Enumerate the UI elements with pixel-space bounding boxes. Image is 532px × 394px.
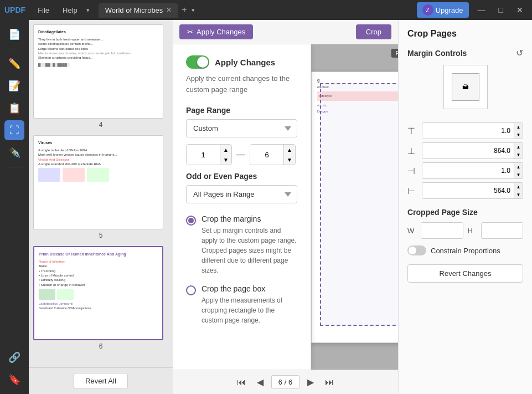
crop-margins-radio[interactable] [186,216,196,226]
active-tab[interactable]: World of Microbes ✕ [99,3,179,18]
sidebar-icon-organize[interactable]: 📋 [4,98,24,118]
title-bar-right: Z Upgrade — □ ✕ [417,2,528,18]
range-from-wrap: ▲ ▼ [186,144,232,165]
tab-title: World of Microbes [105,6,163,14]
margin-left-down[interactable]: ▼ [514,171,523,178]
margin-bottom-up[interactable]: ▲ [514,143,523,151]
sidebar-icon-annotate[interactable]: ✏️ [4,54,24,74]
menu-help[interactable]: Help [57,4,83,17]
margin-top-icon: ⊤ [407,126,419,136]
minimize-icon[interactable]: — [473,3,490,17]
apply-changes-label: Apply Changes [197,28,245,36]
revert-all-button[interactable]: Revert All [74,373,128,389]
constrain-proportions-toggle[interactable] [407,245,426,255]
list-item[interactable]: Viruses A single molecule of DNA or RNA.… [33,135,168,239]
margin-left-wrap: ▲ ▼ [422,162,523,179]
overlay-panel: Apply Changes Apply the current changes … [173,44,398,370]
odd-even-select[interactable]: All Pages in Range Odd Pages Only Even P… [186,185,297,203]
revert-changes-button[interactable]: Revert Changes [407,264,523,283]
margin-top-row: ⊤ ▲ ▼ [407,122,523,139]
crop-margins-text: Crop the margins Set up margin controls … [202,214,297,275]
range-from-down[interactable]: ▼ [220,155,231,165]
margin-bottom-spinners: ▲ ▼ [514,143,523,158]
margin-left-up[interactable]: ▲ [514,163,523,171]
margin-bottom-input[interactable] [422,143,514,158]
crop-pages-title: Crop Pages [407,29,523,39]
revert-all-bar: Revert All [29,367,173,394]
crop-pagebox-option[interactable]: Crop the page box Apply the measurements… [186,284,297,325]
sidebar-icon-reader[interactable]: 📄 [4,24,24,44]
panel-description: Apply the current changes to the custom … [186,73,297,95]
width-input[interactable] [421,223,463,238]
refresh-icon[interactable]: ↺ [516,48,523,58]
next-page-button[interactable]: ▶ [304,375,317,390]
margin-left-spinners: ▲ ▼ [514,163,523,178]
range-to-down[interactable]: ▼ [284,155,295,165]
sidebar-icon-sign[interactable]: ✒️ [4,142,24,162]
sidebar-icon-crop[interactable]: ⛶ [4,120,24,140]
margin-top-up[interactable]: ▲ [514,123,523,131]
page-document-preview: g nfection! Lifestyle ria, etc. Dragon 6 [311,71,398,343]
maximize-icon[interactable]: □ [494,3,508,17]
menu-file[interactable]: File [32,4,55,17]
margin-bottom-down[interactable]: ▼ [514,151,523,158]
range-from-up[interactable]: ▲ [220,145,231,155]
margin-right-input[interactable] [422,183,514,198]
crop-margins-option[interactable]: Crop the margins Set up margin controls … [186,214,297,275]
margin-top-input[interactable] [422,123,514,139]
last-page-button[interactable]: ⏭ [322,375,337,390]
crop-options: Crop the margins Set up margin controls … [186,214,297,325]
tab-add-icon[interactable]: + [182,5,187,15]
thumb-title: Dinoflagellates [38,29,158,35]
tab-chevron-icon: ▾ [86,7,90,14]
title-bar: UPDF File Help ▾ World of Microbes ✕ + ▾… [0,0,532,20]
margin-right-down[interactable]: ▼ [514,191,523,198]
user-avatar: Z [422,4,433,16]
margin-left-input[interactable] [422,163,514,178]
margin-right-up[interactable]: ▲ [514,183,523,191]
thumb-number: 4 [33,121,168,129]
tab-overflow-icon[interactable]: ▾ [192,7,195,14]
list-item[interactable]: Dinoflagellates They live in both fresh … [33,24,168,129]
range-from-input[interactable] [187,145,220,165]
upgrade-label: Upgrade [436,6,463,14]
cropped-size-section: Cropped Page Size W ▲ ▼ H ▲ ▼ [407,208,523,283]
height-input-wrap: ▲ ▼ [481,222,524,239]
height-label: H [468,227,477,235]
list-item[interactable]: Prion Disease Of Human Inheritance And A… [33,246,168,350]
crop-pagebox-radio[interactable] [186,285,196,295]
sidebar-icon-bottom-2[interactable]: 🔖 [4,370,24,390]
apply-changes-toggle[interactable] [186,55,209,69]
prev-page-button[interactable]: ◀ [254,375,267,390]
thumb-content: Dinoflagellates They live in both fresh … [34,25,163,118]
sidebar-sep-1 [7,49,22,49]
range-to-spinners: ▲ ▼ [283,145,295,165]
sidebar-sep-2 [7,167,22,167]
margin-bottom-wrap: ▲ ▼ [422,142,523,159]
page-range-select[interactable]: Custom All Pages Odd Pages Only Even Pag… [186,119,297,137]
crop-margins-desc: Set up margin controls and apply to the … [202,226,297,275]
margin-top-down[interactable]: ▼ [514,131,523,139]
margin-bottom-icon: ⊥ [407,146,419,156]
first-page-button[interactable]: ⏮ [234,375,249,390]
app-logo: UPDF [4,6,25,14]
crop-button[interactable]: Crop [356,24,391,39]
margin-right-spinners: ▲ ▼ [514,183,523,198]
height-input[interactable] [482,223,524,238]
range-to-wrap: ▲ ▼ [250,144,296,165]
apply-changes-button[interactable]: ✂ Apply Changes [179,24,253,39]
range-to-up[interactable]: ▲ [284,145,295,155]
sidebar-icon-edit[interactable]: 📝 [4,76,24,96]
close-icon[interactable]: ✕ [512,3,528,17]
page-number-badge: PRION [391,49,398,58]
tab-bar: World of Microbes ✕ + [99,3,187,18]
range-to-input[interactable] [250,145,283,165]
thumbnail-panel: Dinoflagellates They live in both fresh … [29,20,173,394]
margin-left-row: ⊣ ▲ ▼ [407,162,523,179]
crop-pagebox-title: Crop the page box [202,284,297,293]
sidebar-icon-bottom-1[interactable]: 🔗 [4,347,24,367]
margin-left-icon: ⊣ [407,166,419,176]
tab-close-icon[interactable]: ✕ [166,6,172,14]
thumbnail-scroll: Dinoflagellates They live in both fresh … [29,20,173,367]
upgrade-button[interactable]: Z Upgrade [417,2,469,18]
